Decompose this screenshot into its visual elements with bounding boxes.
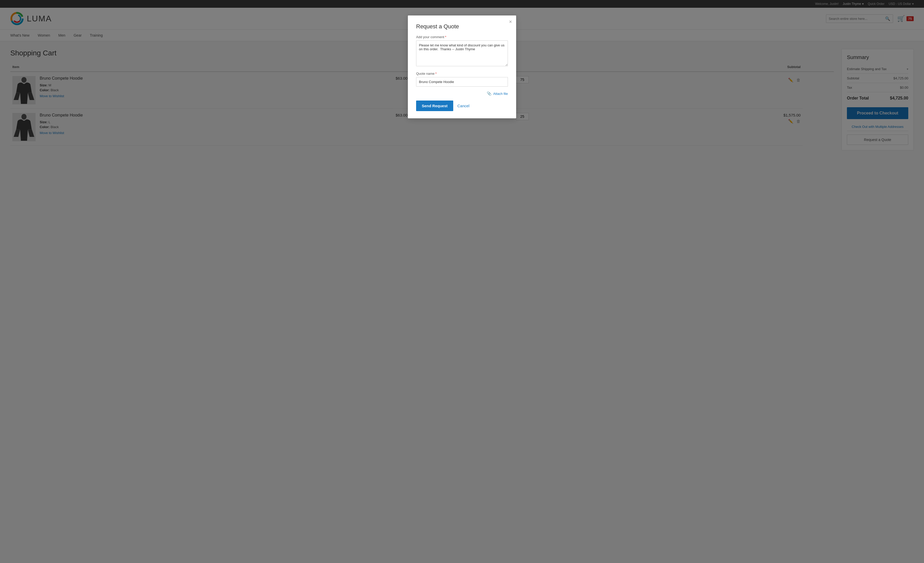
comment-field-group: Add your comment* Please let me know wha… — [416, 35, 508, 67]
modal-title: Request a Quote — [416, 23, 508, 30]
attach-label: Attach file — [493, 92, 508, 96]
modal-overlay: × Request a Quote Add your comment* Plea… — [0, 0, 924, 158]
cancel-button[interactable]: Cancel — [458, 103, 470, 108]
modal-close-button[interactable]: × — [509, 19, 512, 24]
attach-file-link[interactable]: 📎 Attach file — [487, 91, 508, 96]
quote-name-label: Quote name* — [416, 72, 508, 76]
comment-label: Add your comment* — [416, 35, 508, 39]
comment-required-star: * — [445, 35, 446, 39]
send-request-button[interactable]: Send Request — [416, 100, 453, 111]
quote-name-field-group: Quote name* — [416, 72, 508, 87]
attach-row: 📎 Attach file — [416, 91, 508, 96]
quote-name-input[interactable] — [416, 77, 508, 87]
quote-name-required-star: * — [435, 72, 437, 76]
modal-actions: Send Request Cancel — [416, 100, 508, 111]
request-quote-modal: × Request a Quote Add your comment* Plea… — [408, 15, 516, 118]
paperclip-icon: 📎 — [487, 91, 492, 96]
comment-textarea[interactable]: Please let me know what kind of discount… — [416, 40, 508, 66]
